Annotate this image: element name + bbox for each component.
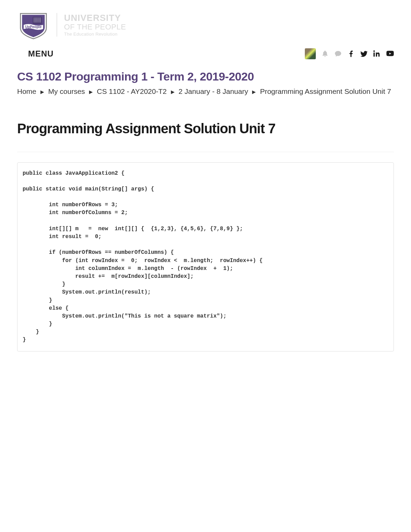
svg-point-5 [39,18,40,18]
page-title: Programming Assignment Solution Unit 7 [17,121,394,136]
logo-text: UNIVERSITY OF THE PEOPLE The Education R… [57,13,126,37]
svg-point-3 [36,18,37,18]
avatar[interactable] [305,48,316,59]
divider [17,152,394,152]
svg-point-16 [38,20,38,21]
breadcrumb-course[interactable]: CS 1102 - AY2020-T2 [97,87,167,95]
logo-line3: The Education Revolution [64,32,126,37]
breadcrumb-current: Programming Assignment Solution Unit 7 [260,87,391,95]
svg-point-19 [34,22,34,22]
svg-point-23 [39,22,40,22]
svg-point-24 [40,22,41,22]
svg-point-11 [39,19,40,20]
breadcrumb-mycourses[interactable]: My courses [48,87,85,95]
twitter-icon[interactable] [360,50,368,58]
logo-line1: UNIVERSITY [64,13,126,23]
breadcrumb-week[interactable]: 2 January - 8 January [178,87,248,95]
logo-area: UoPeople UNIVERSITY OF THE PEOPLE The Ed… [17,0,394,43]
logo-line2: OF THE PEOPLE [64,23,126,31]
youtube-icon[interactable] [386,50,394,58]
svg-point-1 [34,18,34,18]
svg-point-12 [40,19,41,20]
chevron-right-icon: ▶ [40,88,44,96]
chevron-right-icon: ▶ [171,88,175,96]
svg-point-13 [34,20,34,21]
svg-point-15 [36,20,37,21]
svg-point-9 [36,19,37,20]
bell-icon[interactable] [321,50,329,58]
svg-point-21 [36,22,37,22]
svg-point-17 [39,20,40,21]
svg-point-6 [40,18,41,18]
svg-point-8 [35,19,36,20]
svg-point-2 [35,18,36,18]
svg-point-14 [35,20,36,21]
facebook-icon[interactable] [347,50,355,58]
chat-icon[interactable] [334,50,342,58]
chevron-right-icon: ▶ [89,88,93,96]
svg-point-10 [38,19,38,20]
menu-button[interactable]: MENU [17,46,54,61]
course-title: CS 1102 Programming 1 - Term 2, 2019-202… [17,70,394,83]
code-block: public class JavaApplication2 { public s… [17,162,394,351]
breadcrumb-home[interactable]: Home [17,87,36,95]
topbar: MENU [17,43,394,65]
svg-point-4 [38,18,38,18]
topbar-icons [305,48,394,59]
chevron-right-icon: ▶ [252,88,256,96]
svg-point-7 [34,19,34,20]
logo-shield-icon: UoPeople [17,10,50,39]
svg-text:UoPeople: UoPeople [25,25,42,29]
svg-point-20 [35,22,36,22]
breadcrumb: Home ▶ My courses ▶ CS 1102 - AY2020-T2 … [17,86,394,97]
svg-point-22 [38,22,38,22]
svg-point-18 [40,20,41,21]
linkedin-icon[interactable] [373,50,381,58]
